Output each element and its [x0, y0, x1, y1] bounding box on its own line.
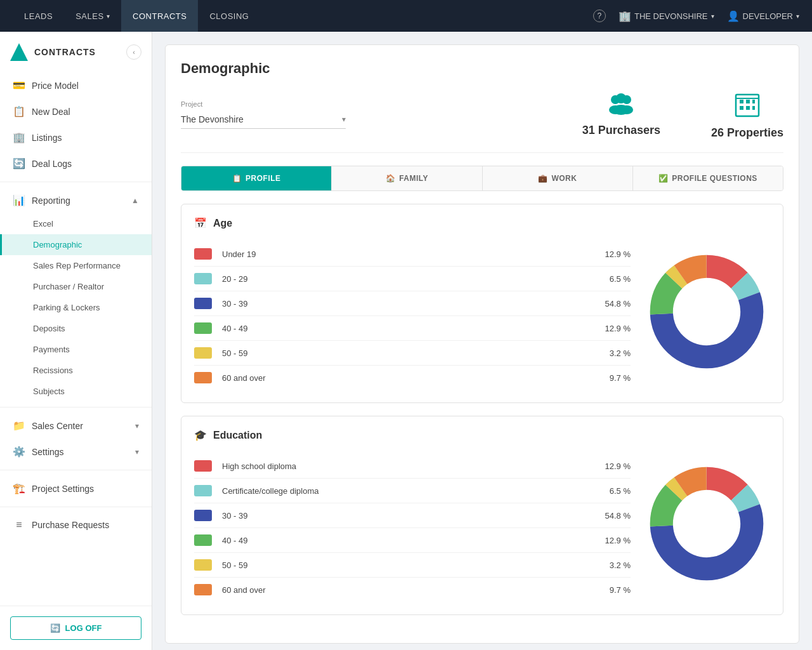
- edu-row-2: 30 - 39 54.8 %: [194, 503, 631, 528]
- sidebar-sub-purchaser-realtor[interactable]: Purchaser / Realtor: [0, 276, 152, 297]
- edu-color-3: [194, 534, 212, 546]
- age-section-header: 📅 Age: [194, 217, 770, 229]
- svg-rect-7: [740, 100, 743, 103]
- chevron-down-icon: ▾: [135, 421, 139, 430]
- divider: [0, 407, 152, 408]
- age-label-5: 60 and over: [222, 373, 582, 383]
- log-off-button[interactable]: 🔄 LOG OFF: [10, 616, 141, 640]
- age-color-4: [194, 347, 212, 359]
- education-donut-chart: [643, 454, 770, 594]
- settings-label: Settings: [32, 447, 64, 457]
- edu-color-0: [194, 460, 212, 472]
- edu-row-5: 60 and over 9.7 %: [194, 578, 631, 602]
- sidebar-item-project-settings[interactable]: 🏗️ Project Settings: [0, 475, 152, 501]
- education-section-header: 🎓 Education: [194, 429, 770, 441]
- sidebar-item-label: New Deal: [32, 107, 70, 117]
- edu-row-4: 50 - 59 3.2 %: [194, 553, 631, 578]
- education-donut-svg: [646, 463, 767, 584]
- age-row-4: 50 - 59 3.2 %: [194, 341, 631, 366]
- listings-icon: 🏢: [13, 131, 25, 143]
- age-icon: 📅: [194, 217, 207, 229]
- divider: [0, 182, 152, 182]
- deal-logs-icon: 🔄: [13, 157, 25, 169]
- edu-label-1: Certificate/college diploma: [222, 486, 582, 496]
- sidebar-sub-deposits[interactable]: Deposits: [0, 318, 152, 339]
- top-navigation: LEADS SALES ▾ CONTRACTS CLOSING ? 🏢 THE …: [0, 0, 812, 32]
- project-selector[interactable]: 🏢 THE DEVONSHIRE ▾: [619, 10, 714, 22]
- sidebar-item-deal-logs[interactable]: 🔄 Deal Logs: [0, 150, 152, 176]
- sidebar-section-sales-center[interactable]: 📁 Sales Center ▾: [0, 413, 152, 439]
- reporting-label: Reporting: [32, 196, 70, 206]
- profile-questions-tab-icon: ✅: [658, 174, 669, 183]
- project-dropdown[interactable]: The Devonshire ▾: [181, 110, 346, 129]
- sidebar-title: CONTRACTS: [34, 47, 96, 57]
- settings-icon: ⚙️: [13, 446, 25, 458]
- reporting-icon: 📊: [13, 194, 25, 206]
- sidebar-sub-parking[interactable]: Parking & Lockers: [0, 297, 152, 318]
- profile-tabs: 📋 PROFILE 🏠 FAMILY 💼 WORK ✅ PROFILE QUES…: [181, 166, 783, 191]
- sidebar-item-listings[interactable]: 🏢 Listings: [0, 124, 152, 150]
- tab-work[interactable]: 💼 WORK: [483, 166, 633, 190]
- content-card: Demographic Project The Devonshire ▾: [165, 44, 799, 644]
- sidebar-item-purchase-requests[interactable]: ≡ Purchase Requests: [0, 512, 152, 538]
- sidebar-sub-subjects[interactable]: Subjects: [0, 381, 152, 402]
- project-settings-icon: 🏗️: [13, 482, 25, 494]
- sidebar-item-new-deal[interactable]: 📋 New Deal: [0, 98, 152, 124]
- svg-rect-8: [746, 100, 750, 103]
- tab-family[interactable]: 🏠 FAMILY: [332, 166, 482, 190]
- edu-pct-0: 12.9 %: [593, 461, 631, 471]
- work-tab-icon: 💼: [538, 174, 548, 183]
- sidebar-collapse-button[interactable]: ‹: [126, 44, 141, 60]
- family-tab-icon: 🏠: [386, 174, 396, 183]
- sidebar-item-label: Price Model: [32, 81, 79, 91]
- education-data-list: High school diploma 12.9 % Certificate/c…: [194, 454, 631, 602]
- edu-label-2: 30 - 39: [222, 511, 582, 521]
- chevron-up-icon: ▲: [131, 196, 139, 205]
- age-label-1: 20 - 29: [222, 274, 582, 284]
- page-title: Demographic: [181, 60, 783, 77]
- nav-sales[interactable]: SALES ▾: [64, 0, 121, 32]
- tab-profile-questions[interactable]: ✅ PROFILE QUESTIONS: [633, 166, 783, 190]
- project-selector-group: Project The Devonshire ▾: [181, 100, 346, 129]
- properties-stat: 26 Properties: [711, 90, 783, 140]
- new-deal-icon: 📋: [13, 105, 25, 117]
- tab-profile[interactable]: 📋 PROFILE: [181, 166, 332, 190]
- age-donut-svg: [646, 251, 767, 372]
- age-color-2: [194, 298, 212, 309]
- sales-center-label: Sales Center: [32, 421, 83, 431]
- age-row-3: 40 - 49 12.9 %: [194, 316, 631, 341]
- svg-rect-9: [752, 100, 755, 103]
- divider: [0, 470, 152, 470]
- sidebar-item-price-model[interactable]: 💳 Price Model: [0, 72, 152, 98]
- sales-center-icon: 📁: [13, 420, 25, 432]
- divider: [0, 507, 152, 507]
- edu-color-1: [194, 485, 212, 496]
- sidebar: CONTRACTS ‹ 💳 Price Model 📋 New Deal 🏢 L…: [0, 32, 152, 650]
- svg-rect-10: [740, 106, 743, 110]
- sidebar-section-settings[interactable]: ⚙️ Settings ▾: [0, 439, 152, 465]
- edu-color-4: [194, 559, 212, 571]
- age-color-1: [194, 273, 212, 284]
- user-menu[interactable]: 👤 DEVELOPER ▾: [727, 10, 799, 22]
- svg-point-21: [674, 279, 740, 345]
- sidebar-sub-excel[interactable]: Excel: [0, 213, 152, 234]
- sidebar-sub-sales-rep[interactable]: Sales Rep Performance: [0, 255, 152, 276]
- nav-leads[interactable]: LEADS: [13, 0, 64, 32]
- sidebar-sub-payments[interactable]: Payments: [0, 339, 152, 360]
- sidebar-sub-demographic[interactable]: Demographic: [0, 234, 152, 255]
- age-label-3: 40 - 49: [222, 324, 582, 333]
- sidebar-sub-recissions[interactable]: Recissions: [0, 360, 152, 381]
- nav-contracts[interactable]: CONTRACTS: [121, 0, 198, 32]
- chevron-down-icon: ▾: [135, 448, 139, 456]
- nav-closing[interactable]: CLOSING: [198, 0, 260, 32]
- dropdown-chevron-icon: ▾: [342, 115, 346, 124]
- svg-rect-12: [752, 106, 755, 110]
- help-button[interactable]: ?: [593, 10, 606, 22]
- sidebar-section-reporting[interactable]: 📊 Reporting ▲: [0, 187, 152, 213]
- project-label: Project: [181, 100, 346, 108]
- age-row-0: Under 19 12.9 %: [194, 242, 631, 267]
- age-pct-3: 12.9 %: [593, 324, 631, 333]
- project-value: The Devonshire: [181, 114, 244, 124]
- age-pct-4: 3.2 %: [593, 348, 631, 358]
- edu-pct-1: 6.5 %: [593, 486, 631, 496]
